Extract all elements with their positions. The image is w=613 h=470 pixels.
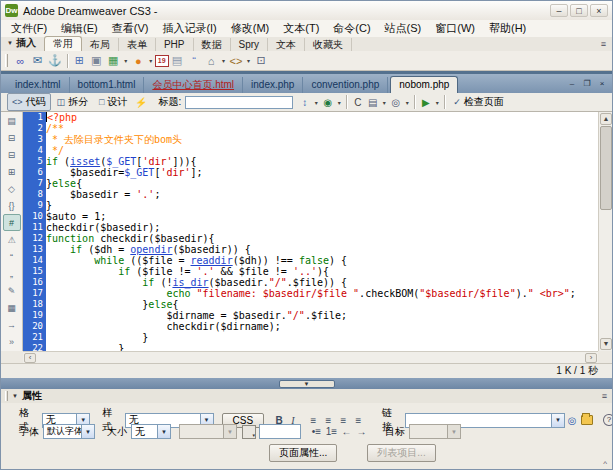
insert-tab-favorites[interactable]: 收藏夹 — [305, 38, 352, 51]
hyperlink-icon[interactable]: ∞ — [12, 52, 29, 69]
scroll-right-icon[interactable]: › — [585, 353, 597, 363]
menu-modify[interactable]: 修改(M) — [224, 20, 277, 37]
menu-file[interactable]: 文件(F) — [4, 20, 54, 37]
design-view-button[interactable]: □设计 — [94, 93, 132, 111]
dropdown-arrow-icon[interactable]: ▾ — [335, 99, 343, 106]
expand-all-icon[interactable]: ⊞ — [3, 163, 21, 180]
line-numbers-icon[interactable]: # — [3, 214, 21, 231]
minimize-button[interactable]: – — [550, 4, 568, 17]
menu-text[interactable]: 文本(T) — [276, 20, 326, 37]
dropdown-arrow-icon[interactable]: ▾ — [245, 57, 253, 64]
remove-comment-icon[interactable]: „ — [3, 265, 21, 282]
server-side-include-icon[interactable]: ▤ — [169, 52, 186, 69]
highlight-invalid-code-icon[interactable]: ⚠ — [3, 231, 21, 248]
tab-convention-php[interactable]: convention.php — [303, 77, 388, 93]
dropdown-arrow-icon[interactable]: ▾ — [380, 99, 388, 106]
font-select[interactable]: 默认字体 ▼ — [43, 424, 95, 439]
insert-bar-menu-icon[interactable]: ≡ — [601, 39, 606, 49]
script-icon[interactable]: <> — [228, 52, 245, 69]
dropdown-arrow-icon[interactable]: ▾ — [403, 99, 411, 106]
insert-tab-text[interactable]: 文本 — [268, 38, 305, 51]
scroll-up-icon[interactable]: ▲ — [600, 113, 612, 125]
code-editor[interactable]: <?php/** * 去除目录文件夹下的bom头 */if (isset($_G… — [46, 112, 598, 351]
media-icon[interactable]: ● — [130, 52, 147, 69]
tab-nobom-php[interactable]: nobom.php — [390, 76, 458, 93]
menu-commands[interactable]: 命令(C) — [326, 20, 377, 37]
panel-splitter[interactable]: ▼ — [1, 378, 612, 389]
refresh-icon[interactable]: C — [350, 94, 365, 110]
page-properties-button[interactable]: 页面属性... — [269, 444, 337, 462]
menu-edit[interactable]: 编辑(E) — [54, 20, 105, 37]
doc-minimize-button[interactable]: – — [566, 79, 578, 88]
validate-markup-icon[interactable]: ▶ — [418, 94, 433, 110]
open-documents-icon[interactable]: ▤ — [3, 112, 21, 129]
collapse-selection-icon[interactable]: ⊟ — [3, 146, 21, 163]
ordered-list-icon[interactable]: 1≡ — [324, 425, 339, 439]
insert-tab-php[interactable]: PHP — [156, 38, 194, 51]
maximize-button[interactable]: □ — [570, 4, 588, 17]
indent-icon[interactable]: → — [354, 425, 369, 439]
dropdown-arrow-icon[interactable]: ▾ — [147, 57, 155, 64]
insert-tab-data[interactable]: 数据 — [194, 38, 231, 51]
tag-chooser-icon[interactable]: ⊡ — [253, 52, 270, 69]
splitter-collapse-button[interactable]: ▼ — [279, 380, 335, 388]
balance-braces-icon[interactable]: {} — [3, 197, 21, 214]
scroll-left-icon[interactable]: ‹ — [24, 353, 36, 363]
panel-menu-icon[interactable]: ≡ — [602, 391, 607, 401]
browse-folder-icon[interactable] — [581, 415, 593, 425]
dropdown-arrow-icon[interactable]: ▾ — [433, 99, 441, 106]
named-anchor-icon[interactable]: ⚓ — [46, 52, 64, 69]
tab-index-php[interactable]: index.php — [243, 77, 303, 93]
view-options-icon[interactable]: ▤ — [365, 94, 380, 110]
visual-aids-icon[interactable]: ◎ — [388, 94, 403, 110]
tab-bottom1-html[interactable]: bottom1.html — [70, 77, 145, 93]
preview-in-browser-icon[interactable]: ◉ — [320, 94, 335, 110]
email-link-icon[interactable]: ✉ — [29, 52, 46, 69]
horizontal-scrollbar[interactable]: ‹ › — [23, 351, 598, 363]
menu-window[interactable]: 窗口(W) — [428, 20, 482, 37]
insert-tab-forms[interactable]: 表单 — [119, 38, 156, 51]
recent-snippets-icon[interactable]: ▦ — [3, 299, 21, 316]
help-icon[interactable]: ? — [603, 414, 613, 426]
dropdown-arrow-icon[interactable]: ▾ — [312, 99, 320, 106]
tab-member-center-html[interactable]: 会员中心首页.html — [144, 77, 243, 93]
unordered-list-icon[interactable]: •≡ — [309, 425, 324, 439]
doc-close-button[interactable]: × — [596, 79, 608, 88]
tab-index-html[interactable]: index.html — [7, 77, 70, 93]
dropdown-arrow-icon[interactable]: ▾ — [122, 57, 130, 64]
wrap-tag-icon[interactable]: ✎ — [3, 282, 21, 299]
dropdown-arrow-icon[interactable]: ▾ — [220, 57, 228, 64]
comment-icon[interactable]: “ — [186, 52, 203, 69]
more-icon[interactable]: » — [3, 333, 21, 350]
insert-tab-layout[interactable]: 布局 — [82, 38, 119, 51]
document-title-input[interactable] — [185, 96, 293, 109]
date-icon[interactable]: 19 — [155, 55, 169, 67]
text-color-picker[interactable]: ▾ — [242, 425, 256, 439]
menu-site[interactable]: 站点(S) — [378, 20, 429, 37]
scroll-down-icon[interactable]: ▼ — [600, 338, 612, 350]
select-parent-tag-icon[interactable]: ◇ — [3, 180, 21, 197]
table-icon[interactable]: ⊞ — [71, 52, 88, 69]
apply-comment-icon[interactable]: “ — [3, 248, 21, 265]
point-to-file-icon[interactable]: ◎ — [565, 413, 579, 427]
check-page-button[interactable]: ✓ 检查页面 — [448, 94, 509, 110]
close-button[interactable]: × — [590, 4, 608, 17]
menu-help[interactable]: 帮助(H) — [482, 20, 533, 37]
insert-div-tag-icon[interactable]: ▣ — [88, 52, 105, 69]
insert-tab-common[interactable]: 常用 — [44, 36, 82, 51]
code-view-button[interactable]: <>代码 — [7, 93, 51, 111]
menu-view[interactable]: 查看(V) — [105, 20, 156, 37]
panel-expander-icon[interactable]: ^ — [603, 459, 607, 468]
vertical-scrollbar[interactable]: ▲ ▼ — [598, 112, 612, 351]
file-management-icon[interactable]: ↕ — [297, 94, 312, 110]
head-icon[interactable]: ⌂ — [203, 52, 220, 69]
indent-code-icon[interactable]: → — [3, 316, 21, 333]
vertical-scroll-thumb[interactable] — [600, 126, 612, 210]
split-view-button[interactable]: ◫拆分 — [52, 93, 94, 111]
collapse-full-tag-icon[interactable]: ⊟ — [3, 129, 21, 146]
menu-insert[interactable]: 插入记录(I) — [155, 20, 223, 37]
panel-collapse-icon[interactable]: ▼ — [12, 393, 18, 399]
size-select[interactable]: 无 ▼ — [131, 424, 171, 439]
insert-tab-spry[interactable]: Spry — [231, 38, 269, 51]
outdent-icon[interactable]: ← — [339, 425, 354, 439]
